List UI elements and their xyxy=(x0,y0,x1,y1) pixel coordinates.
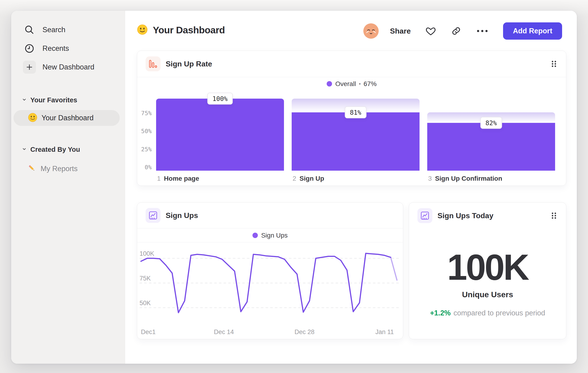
header-actions: Share Add Report xyxy=(363,21,562,41)
kpi-label: Unique Users xyxy=(409,290,566,299)
funnel-value-label: 82% xyxy=(480,117,502,129)
sidebar-item-recents[interactable]: Recents xyxy=(11,39,125,58)
card-title: Sign Up Rate xyxy=(166,60,212,68)
card-header: Sign Ups xyxy=(137,202,403,228)
sidebar-section-created: Created By You My Reports xyxy=(11,143,125,176)
legend-separator: • xyxy=(359,81,361,87)
sidebar-item-label: Your Dashboard xyxy=(42,114,94,122)
funnel-plot: 100%81%82% xyxy=(156,99,555,171)
card-header: Sign Ups Today xyxy=(409,202,566,229)
kpi-delta-text: compared to previous period xyxy=(453,309,545,317)
line-x-axis: Dec1Dec 14Dec 28Jan 11 xyxy=(137,328,403,336)
funnel-step-number: 1 xyxy=(157,175,161,182)
clock-icon xyxy=(23,42,36,55)
search-icon xyxy=(23,23,36,36)
sidebar-item-search[interactable]: Search xyxy=(11,20,125,39)
drag-handle-icon[interactable] xyxy=(551,60,557,68)
more-options-icon[interactable] xyxy=(476,29,489,33)
section-header-your-favorites[interactable]: Your Favorites xyxy=(11,94,125,106)
smiley-emoji-icon xyxy=(28,113,37,123)
sidebar: Search Recents New Dashboard Your Fa xyxy=(11,11,125,364)
section-header-label: Your Favorites xyxy=(30,96,77,104)
avatar[interactable] xyxy=(363,23,379,39)
funnel-step-number: 2 xyxy=(293,175,296,182)
page-title: Your Dashboard xyxy=(153,25,225,36)
chevron-down-icon xyxy=(21,97,27,103)
kpi-delta-row: +1.2%compared to previous period xyxy=(409,309,566,317)
legend-series-name: Sign Ups xyxy=(261,232,288,239)
line-chart-icon xyxy=(146,208,160,223)
funnel-y-tick: 50% xyxy=(137,128,152,134)
sidebar-nav: Search Recents New Dashboard xyxy=(11,20,125,76)
card-title: Sign Ups xyxy=(166,211,198,220)
smiley-emoji-icon xyxy=(137,24,148,36)
share-button[interactable]: Share xyxy=(390,27,411,35)
line-x-tick: Dec1 xyxy=(141,328,156,336)
sidebar-item-label: Search xyxy=(42,26,65,34)
funnel-step-name: Sign Up Confirmation xyxy=(435,175,502,182)
section-header-created-by-you[interactable]: Created By You xyxy=(11,143,125,156)
legend-dot xyxy=(327,81,332,87)
sidebar-item-my-reports[interactable]: My Reports xyxy=(11,161,125,176)
card-sign-ups: Sign Ups Sign Ups 100K75K50K Dec1Dec 14D… xyxy=(137,202,403,339)
funnel-step-name: Home page xyxy=(164,175,199,182)
section-header-label: Created By You xyxy=(30,146,80,153)
funnel-legend: Overall • 67% xyxy=(137,77,566,91)
sidebar-item-your-dashboard[interactable]: Your Dashboard xyxy=(13,110,120,126)
line-legend: Sign Ups xyxy=(137,229,403,242)
add-report-button[interactable]: Add Report xyxy=(503,22,562,40)
legend-series-name: Overall xyxy=(335,80,356,88)
favorite-heart-icon[interactable] xyxy=(425,25,436,37)
kpi-delta: +1.2% xyxy=(430,309,451,317)
main-content: Your Dashboard Share Add Report xyxy=(125,11,577,364)
page-title-wrap: Your Dashboard xyxy=(137,24,225,36)
funnel-bar[interactable] xyxy=(292,112,420,171)
line-x-tick: Dec 28 xyxy=(294,328,315,336)
sidebar-item-label: New Dashboard xyxy=(42,63,94,71)
line-x-tick: Jan 11 xyxy=(375,328,394,336)
line-x-tick: Dec 14 xyxy=(214,328,234,336)
sidebar-item-label: My Reports xyxy=(41,165,77,173)
sidebar-item-label: Recents xyxy=(42,44,69,53)
sidebar-item-new-dashboard[interactable]: New Dashboard xyxy=(11,58,125,76)
legend-value: 67% xyxy=(364,80,377,88)
pencil-emoji-icon xyxy=(28,164,36,174)
funnel-step-label: 1Home page xyxy=(157,175,199,182)
funnel-y-tick: 25% xyxy=(137,146,152,153)
line-chart-icon xyxy=(417,208,432,223)
chevron-down-icon xyxy=(21,146,27,153)
funnel-bar[interactable] xyxy=(427,123,555,171)
card-header: Sign Up Rate xyxy=(137,51,566,77)
legend-dot xyxy=(252,233,258,238)
copy-link-icon[interactable] xyxy=(451,26,462,36)
line-chart xyxy=(137,242,403,322)
line-series xyxy=(391,257,397,280)
funnel-step-name: Sign Up xyxy=(300,175,324,182)
funnel-step-label: 3Sign Up Confirmation xyxy=(428,175,502,182)
sidebar-section-favorites: Your Favorites Your Dashboard xyxy=(11,94,125,126)
funnel-value-label: 81% xyxy=(345,106,367,118)
funnel-bar[interactable] xyxy=(156,99,284,171)
funnel-chart: 75%50%25%0% 100%81%82% 1Home page2Sign U… xyxy=(137,91,566,186)
drag-handle-icon[interactable] xyxy=(551,212,557,220)
funnel-value-label: 100% xyxy=(207,93,233,105)
card-sign-ups-today: Sign Ups Today 100K Unique Users +1.2%co… xyxy=(409,202,566,339)
app-window: Search Recents New Dashboard Your Fa xyxy=(11,11,577,364)
card-title: Sign Ups Today xyxy=(438,212,493,220)
funnel-x-axis: 1Home page2Sign Up3Sign Up Confirmation xyxy=(156,175,566,183)
kpi-value: 100K xyxy=(409,249,566,285)
card-sign-up-rate: Sign Up Rate Overall • 67% 75%50%25%0% 1… xyxy=(137,50,566,186)
funnel-y-tick: 75% xyxy=(137,110,152,117)
plus-icon xyxy=(23,60,36,74)
funnel-y-tick: 0% xyxy=(137,164,152,171)
funnel-chart-icon xyxy=(146,56,160,71)
funnel-step-label: 2Sign Up xyxy=(293,175,324,182)
funnel-step-number: 3 xyxy=(428,175,432,182)
